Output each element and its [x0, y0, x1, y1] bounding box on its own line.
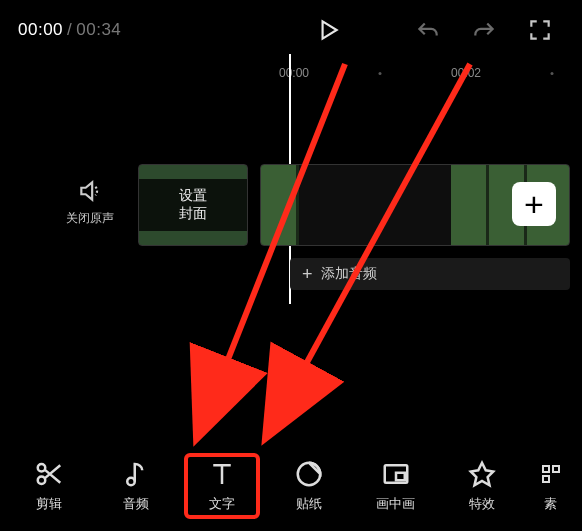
cover-thumbnail[interactable]: 设置 封面	[138, 164, 248, 246]
add-clip-button[interactable]: +	[512, 182, 556, 226]
speaker-mute-icon	[77, 178, 103, 204]
undo-icon	[415, 17, 441, 43]
svg-rect-8	[543, 466, 549, 472]
redo-button[interactable]	[460, 6, 508, 54]
scissors-icon	[34, 459, 64, 489]
tool-label: 特效	[469, 495, 495, 513]
sticker-icon	[294, 459, 324, 489]
tool-label: 画中画	[376, 495, 415, 513]
ruler-tick-1: 00:02	[451, 66, 481, 80]
tool-label: 文字	[209, 495, 235, 513]
svg-rect-7	[396, 473, 405, 481]
tool-sticker[interactable]: 贴纸	[271, 453, 347, 519]
tool-label: 贴纸	[296, 495, 322, 513]
plus-icon: +	[302, 264, 313, 285]
bottom-toolbar: 剪辑 音频 文字 贴纸 画中画 特效 素	[0, 447, 582, 527]
tool-label: 素	[544, 495, 557, 513]
timeline-area: 关闭原声 设置 封面 + + 添加音频	[0, 164, 582, 314]
ruler-dot	[379, 72, 382, 75]
svg-rect-10	[543, 476, 549, 482]
grid-icon	[539, 459, 563, 489]
mute-original-audio[interactable]: 关闭原声	[60, 178, 120, 227]
fullscreen-icon	[527, 17, 553, 43]
tool-text[interactable]: 文字	[184, 453, 260, 519]
tool-effects[interactable]: 特效	[444, 453, 520, 519]
time-current: 00:00	[18, 20, 63, 40]
tool-label: 剪辑	[36, 495, 62, 513]
tool-assets[interactable]: 素	[531, 453, 571, 519]
tool-cut[interactable]: 剪辑	[11, 453, 87, 519]
ruler-tick-0: 00:00	[279, 66, 309, 80]
pip-icon	[381, 459, 411, 489]
play-button[interactable]	[304, 6, 352, 54]
mute-label: 关闭原声	[60, 210, 120, 227]
tool-audio[interactable]: 音频	[98, 453, 174, 519]
timeline-ruler[interactable]: 00:00 00:02	[0, 66, 582, 94]
text-icon	[207, 459, 237, 489]
play-icon	[315, 17, 341, 43]
music-note-icon	[121, 459, 151, 489]
redo-icon	[471, 17, 497, 43]
time-total: 00:34	[76, 20, 121, 40]
playback-time: 00:00 / 00:34	[18, 20, 121, 40]
star-icon	[467, 459, 497, 489]
plus-icon: +	[524, 187, 544, 221]
tool-pip[interactable]: 画中画	[358, 453, 434, 519]
tool-label: 音频	[123, 495, 149, 513]
ruler-dot	[551, 72, 554, 75]
cover-label: 设置 封面	[179, 187, 207, 223]
time-separator: /	[67, 20, 72, 40]
fullscreen-button[interactable]	[516, 6, 564, 54]
add-audio-label: 添加音频	[321, 265, 377, 283]
svg-rect-9	[553, 466, 559, 472]
add-audio-button[interactable]: + 添加音频	[290, 258, 570, 290]
undo-button[interactable]	[404, 6, 452, 54]
top-controls: 00:00 / 00:34	[0, 0, 582, 60]
